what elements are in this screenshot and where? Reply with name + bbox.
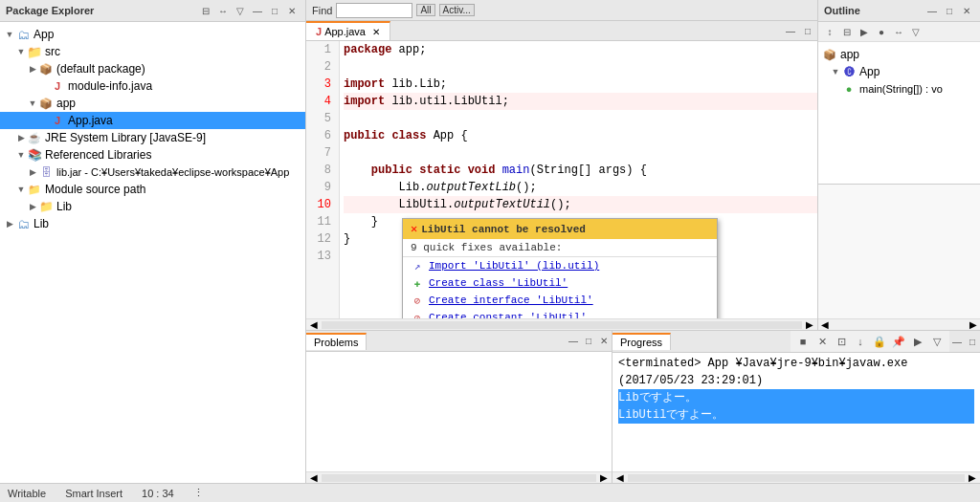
- tree-arrow-jre[interactable]: ▶: [15, 132, 27, 143]
- console-minimize-btn[interactable]: —: [949, 334, 965, 349]
- outline-item-app-class[interactable]: ▼ 🅒 App: [818, 63, 980, 80]
- java-file-icon: J: [50, 113, 65, 128]
- tree-arrow-lib-module[interactable]: ▶: [27, 201, 38, 212]
- fix-item-create-interface[interactable]: ⊘ Create interface 'LibUtil': [403, 292, 717, 309]
- console-toolbar: ■ ✕ ⊡ ↓ 🔒 📌 ▶ ▽: [791, 331, 949, 352]
- problems-minimize-btn[interactable]: —: [566, 334, 581, 349]
- fix-link-create-constant[interactable]: Create constant 'LibUtil': [429, 312, 587, 318]
- panel-header: Package Explorer ⊟ ↔ ▽ — □ ✕: [0, 0, 305, 22]
- console-maximize-btn[interactable]: □: [965, 334, 980, 349]
- outline-view-menu-btn[interactable]: ▽: [908, 24, 924, 39]
- scroll-right[interactable]: ▶: [967, 319, 980, 330]
- scroll-right[interactable]: ▶: [596, 472, 612, 483]
- java-tab-icon: J: [316, 26, 322, 37]
- close-tab-button[interactable]: ✕: [372, 27, 380, 37]
- outline-link-btn[interactable]: ↔: [891, 24, 906, 39]
- pin-btn[interactable]: 📌: [890, 333, 907, 350]
- autocomplete-popup: ✕ LibUtil cannot be resolved 9 quick fix…: [402, 218, 718, 318]
- scroll-end-btn[interactable]: ↓: [852, 333, 869, 350]
- problems-maximize-btn[interactable]: □: [581, 334, 596, 349]
- find-input[interactable]: [336, 3, 412, 18]
- tree-item-module-info[interactable]: J module-info.java: [0, 77, 305, 95]
- status-insert-mode: Smart Insert: [65, 488, 122, 499]
- fix-link-create-class[interactable]: Create class 'LibUtil': [429, 277, 568, 289]
- scroll-left[interactable]: ◀: [818, 319, 832, 330]
- find-activ-button[interactable]: Activ...: [439, 4, 475, 16]
- tree-item-lib-jar[interactable]: ▶ 🗄 lib.jar - C:¥Users¥takeda¥eclipse-wo…: [0, 164, 305, 181]
- tree-item-app-java[interactable]: J App.java: [0, 112, 305, 129]
- tree-item-src[interactable]: ▼ 📁 src: [0, 43, 305, 60]
- view-menu-button[interactable]: ▽: [233, 3, 248, 18]
- close-button[interactable]: ✕: [284, 3, 300, 18]
- outline-dot-btn[interactable]: ●: [874, 24, 889, 39]
- tree-arrow-lib-jar[interactable]: ▶: [27, 166, 38, 178]
- clear-btn[interactable]: ⊡: [833, 333, 850, 350]
- problems-scrollbar[interactable]: ◀ ▶: [306, 471, 612, 483]
- tree-item-app-pkg[interactable]: ▼ 📦 app: [0, 95, 305, 112]
- tree-item-app[interactable]: ▼ 🗂 App: [0, 26, 305, 43]
- tree-arrow-placeholder: [38, 115, 50, 126]
- editor-maximize-button[interactable]: □: [800, 23, 815, 38]
- stop-btn[interactable]: ■: [794, 333, 812, 350]
- remove-btn[interactable]: ✕: [813, 333, 831, 350]
- scroll-right-button[interactable]: ▶: [802, 319, 817, 330]
- outline-filter-btn[interactable]: ⊟: [839, 24, 855, 39]
- fix-link-import[interactable]: Import 'LibUtil' (lib.util): [429, 260, 599, 272]
- console-label: <terminated> App: [618, 357, 728, 370]
- project-explorer-panel: Package Explorer ⊟ ↔ ▽ — □ ✕ ▼ 🗂 App ▼: [0, 0, 306, 483]
- tree-arrow-lib-root[interactable]: ▶: [4, 218, 15, 229]
- find-all-button[interactable]: All: [416, 4, 434, 16]
- outline-expand-btn[interactable]: ▶: [857, 24, 872, 39]
- tree-item-lib-root[interactable]: ▶ 🗂 Lib: [0, 215, 305, 232]
- editor-scrollbar-h[interactable]: ◀ ▶: [306, 318, 817, 330]
- tree-item-lib-module[interactable]: ▶ 📁 Lib: [0, 198, 305, 215]
- tree-item-module-src[interactable]: ▼ 📁 Module source path: [0, 181, 305, 198]
- scroll-left[interactable]: ◀: [306, 472, 322, 483]
- problems-tab[interactable]: Problems: [306, 333, 367, 350]
- view-menu-btn[interactable]: ▽: [928, 333, 946, 350]
- fix-item-create-constant[interactable]: ⊘ Create constant 'LibUtil': [403, 309, 717, 318]
- tree-arrow-outline-app[interactable]: ▼: [830, 66, 841, 77]
- tree-item-default-pkg[interactable]: ▶ 📦 (default package): [0, 60, 305, 77]
- tree-arrow-app-pkg[interactable]: ▼: [27, 98, 38, 109]
- maximize-button[interactable]: □: [267, 3, 282, 18]
- tree-arrow-app[interactable]: ▼: [4, 29, 15, 40]
- outline-maximize-btn[interactable]: □: [942, 3, 957, 18]
- tree-item-ref-libs[interactable]: ▼ 📚 Referenced Libraries: [0, 146, 305, 164]
- fix-item-import[interactable]: ↗ Import 'LibUtil' (lib.util): [403, 257, 717, 274]
- tree-label: src: [45, 45, 60, 58]
- editor-main: Find All Activ... J App.java ✕ — □: [306, 0, 817, 330]
- code-editor[interactable]: 1 2 3 4 5 6 7 8 9 10 11 12 13: [306, 41, 817, 318]
- tree-arrow-src[interactable]: ▼: [15, 46, 27, 57]
- editor-area: Find All Activ... J App.java ✕ — □: [306, 0, 980, 330]
- editor-tab-app-java[interactable]: J App.java ✕: [306, 21, 390, 40]
- project-icon: 🗂: [15, 27, 31, 42]
- tree-arrow-default-pkg[interactable]: ▶: [27, 63, 38, 75]
- scroll-right[interactable]: ▶: [965, 472, 980, 483]
- outline-item-main-method[interactable]: ● main(String[]) : vo: [818, 80, 980, 98]
- outline-item-app-pkg[interactable]: 📦 app: [818, 46, 980, 63]
- status-extra: ⋮: [193, 487, 204, 499]
- tree-arrow-module-src[interactable]: ▼: [15, 184, 27, 195]
- outline-minimize-btn[interactable]: —: [924, 3, 940, 18]
- scroll-left-button[interactable]: ◀: [306, 319, 322, 330]
- link-with-editor-button[interactable]: ↔: [215, 3, 231, 18]
- collapse-all-button[interactable]: ⊟: [198, 3, 213, 18]
- scroll-left[interactable]: ◀: [612, 472, 628, 483]
- fix-item-create-class[interactable]: ✚ Create class 'LibUtil': [403, 274, 717, 292]
- editor-minimize-button[interactable]: —: [783, 23, 798, 38]
- minimize-button[interactable]: —: [250, 3, 265, 18]
- progress-tab-label: Progress: [620, 337, 662, 348]
- console-scrollbar[interactable]: ◀ ▶: [612, 471, 980, 483]
- open-console-btn[interactable]: ▶: [909, 333, 926, 350]
- outline-sort-btn[interactable]: ↕: [822, 24, 837, 39]
- outline-pkg-icon: 📦: [822, 47, 837, 62]
- outline-close-btn[interactable]: ✕: [959, 3, 974, 18]
- outline-scrollbar[interactable]: ◀ ▶: [818, 318, 980, 330]
- progress-tab[interactable]: Progress: [612, 333, 671, 350]
- tree-item-jre[interactable]: ▶ ☕ JRE System Library [JavaSE-9]: [0, 129, 305, 146]
- tree-arrow-ref-libs[interactable]: ▼: [15, 149, 27, 161]
- fix-link-create-interface[interactable]: Create interface 'LibUtil': [429, 295, 593, 306]
- lock-btn[interactable]: 🔒: [871, 333, 888, 350]
- problems-close-btn[interactable]: ✕: [596, 334, 612, 349]
